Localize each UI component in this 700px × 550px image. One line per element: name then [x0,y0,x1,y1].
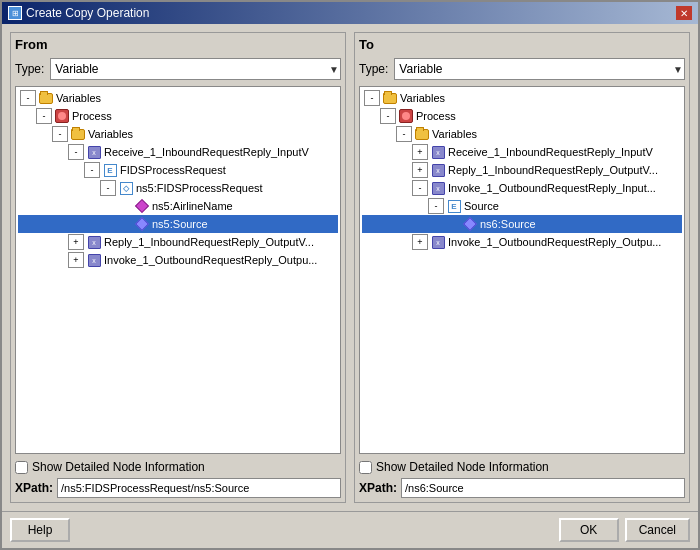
expander[interactable] [412,234,428,250]
to-panel: To Type: Variable ▼ Variables [354,32,690,503]
ok-button[interactable]: OK [559,518,619,542]
expander[interactable] [68,252,84,268]
node-label: FIDSProcessRequest [120,164,226,176]
node-label: Receive_1_InboundRequestReply_InputV [104,146,309,158]
from-detailed-checkbox[interactable] [15,461,28,474]
tree-node[interactable]: ◇ ns5:FIDSProcessRequest [18,179,338,197]
node-label: Variables [56,92,101,104]
from-type-row: Type: Variable ▼ [15,58,341,80]
expander[interactable] [20,90,36,106]
window-title: Create Copy Operation [26,6,149,20]
from-type-select-wrapper[interactable]: Variable ▼ [50,58,341,80]
expander[interactable] [396,126,412,142]
close-button[interactable]: ✕ [676,6,692,20]
node-label: Reply_1_InboundRequestReply_OutputV... [448,164,658,176]
folder-icon [382,90,398,106]
tree-node[interactable]: E Source [362,197,682,215]
element-icon: ◇ [118,180,134,196]
node-label: ns5:AirlineName [152,200,233,212]
from-xpath-row: XPath: [15,478,341,498]
expander[interactable] [84,162,100,178]
expander[interactable] [100,180,116,196]
expander[interactable] [36,108,52,124]
from-xpath-label: XPath: [15,481,53,495]
xvar-icon: x [86,252,102,268]
node-label: Invoke_1_OutboundRequestReply_Outpu... [104,254,317,266]
node-label: Process [72,110,112,122]
expander [444,216,460,232]
node-label: Invoke_1_OutboundRequestReply_Outpu... [448,236,661,248]
node-label: Variables [432,128,477,140]
diamond-icon [462,216,478,232]
tree-node[interactable]: ns5:AirlineName [18,197,338,215]
to-xpath-label: XPath: [359,481,397,495]
expander[interactable] [380,108,396,124]
node-label: Invoke_1_OutboundRequestReply_Input... [448,182,656,194]
to-checkbox-row: Show Detailed Node Information [359,460,685,474]
expander[interactable] [52,126,68,142]
to-type-select-wrapper[interactable]: Variable ▼ [394,58,685,80]
tree-node-selected[interactable]: ns6:Source [362,215,682,233]
xvar-icon: x [430,162,446,178]
node-label: Source [464,200,499,212]
tree-node[interactable]: Process [18,107,338,125]
tree-node[interactable]: x Invoke_1_OutboundRequestReply_Outpu... [18,251,338,269]
tree-node[interactable]: Variables [362,125,682,143]
node-label: ns5:Source [152,218,208,230]
to-detailed-label: Show Detailed Node Information [376,460,549,474]
expander [116,198,132,214]
expander[interactable] [412,180,428,196]
expander[interactable] [412,144,428,160]
cancel-button[interactable]: Cancel [625,518,690,542]
node-label: Process [416,110,456,122]
xvar-icon: x [86,234,102,250]
tree-node[interactable]: Variables [362,89,682,107]
folder-icon [70,126,86,142]
element-icon: E [446,198,462,214]
process-icon [54,108,70,124]
folder-icon [414,126,430,142]
expander[interactable] [428,198,444,214]
node-label: ns5:FIDSProcessRequest [136,182,263,194]
tree-node[interactable]: E FIDSProcessRequest [18,161,338,179]
tree-node[interactable]: x Reply_1_InboundRequestReply_OutputV... [18,233,338,251]
help-button[interactable]: Help [10,518,70,542]
tree-node[interactable]: x Invoke_1_OutboundRequestReply_Input... [362,179,682,197]
tree-node[interactable]: Process [362,107,682,125]
to-xpath-input[interactable] [401,478,685,498]
tree-node[interactable]: x Invoke_1_OutboundRequestReply_Outpu... [362,233,682,251]
xvar-icon: x [430,180,446,196]
content-area: From Type: Variable ▼ Variables [2,24,698,511]
expander[interactable] [412,162,428,178]
xvar-icon: x [86,144,102,160]
from-detailed-label: Show Detailed Node Information [32,460,205,474]
tree-node[interactable]: Variables [18,125,338,143]
tree-node[interactable]: x Reply_1_InboundRequestReply_OutputV... [362,161,682,179]
to-tree[interactable]: Variables Process Variable [359,86,685,454]
expander[interactable] [364,90,380,106]
node-label: Variables [88,128,133,140]
from-title: From [15,37,341,52]
from-type-select[interactable]: Variable [50,58,341,80]
window-icon: ⊞ [8,6,22,20]
from-xpath-input[interactable] [57,478,341,498]
node-label: Variables [400,92,445,104]
node-label: ns6:Source [480,218,536,230]
expander[interactable] [68,234,84,250]
from-type-label: Type: [15,62,44,76]
from-checkbox-row: Show Detailed Node Information [15,460,341,474]
process-icon [398,108,414,124]
from-tree[interactable]: Variables Process Variable [15,86,341,454]
tree-node[interactable]: x Receive_1_InboundRequestReply_InputV [18,143,338,161]
to-detailed-checkbox[interactable] [359,461,372,474]
tree-node[interactable]: x Receive_1_InboundRequestReply_InputV [362,143,682,161]
to-title: To [359,37,685,52]
to-type-select[interactable]: Variable [394,58,685,80]
to-xpath-row: XPath: [359,478,685,498]
tree-node[interactable]: Variables [18,89,338,107]
tree-node-selected[interactable]: ns5:Source [18,215,338,233]
ok-cancel-group: OK Cancel [559,518,690,542]
to-type-label: Type: [359,62,388,76]
expander[interactable] [68,144,84,160]
xvar-icon: x [430,234,446,250]
